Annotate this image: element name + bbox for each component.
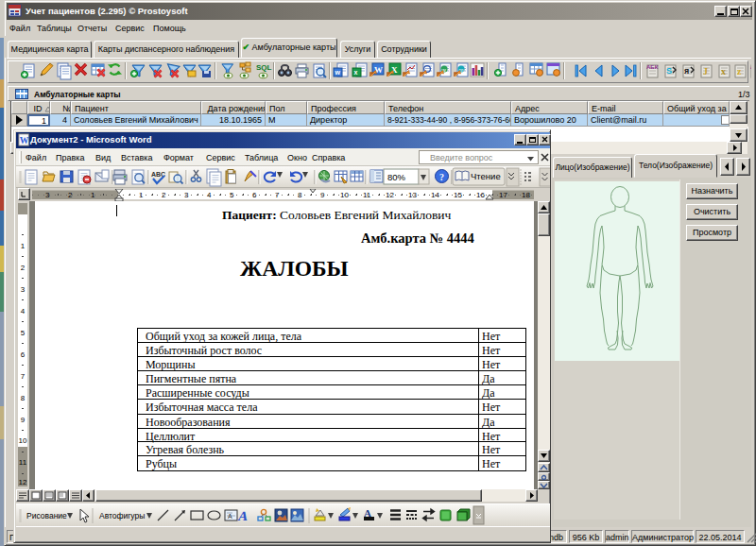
svg-text:J: J bbox=[703, 66, 708, 77]
svg-text:2: 2 bbox=[21, 264, 26, 272]
svg-text:Автофигуры: Автофигуры bbox=[99, 511, 145, 520]
svg-text:W: W bbox=[20, 135, 29, 145]
svg-text:Рисование: Рисование bbox=[26, 511, 67, 520]
svg-text:3: 3 bbox=[21, 285, 26, 294]
svg-text:12: 12 bbox=[19, 478, 27, 486]
svg-text:1: 1 bbox=[139, 191, 144, 199]
svg-text:6: 6 bbox=[252, 191, 257, 199]
svg-text:z: z bbox=[737, 66, 742, 77]
svg-text:80%: 80% bbox=[387, 172, 406, 182]
svg-text:A: A bbox=[237, 508, 250, 523]
svg-text:A: A bbox=[228, 513, 232, 520]
svg-text:5: 5 bbox=[21, 329, 26, 337]
svg-text:9: 9 bbox=[21, 416, 26, 424]
svg-text:2: 2 bbox=[162, 191, 166, 199]
svg-text:8: 8 bbox=[298, 191, 302, 199]
svg-text:SQL: SQL bbox=[256, 63, 272, 72]
svg-text:я: я bbox=[684, 66, 689, 76]
svg-text:АБ: АБ bbox=[750, 64, 751, 70]
svg-text:9: 9 bbox=[320, 191, 325, 199]
svg-text:1: 1 bbox=[21, 242, 26, 250]
svg-text:S: S bbox=[666, 66, 672, 76]
svg-text:3: 3 bbox=[184, 191, 189, 199]
svg-text:x: x bbox=[354, 69, 358, 76]
svg-text:4: 4 bbox=[207, 191, 212, 199]
svg-text:10: 10 bbox=[19, 436, 27, 445]
svg-text:8: 8 bbox=[21, 394, 26, 402]
svg-text:4: 4 bbox=[21, 307, 26, 316]
svg-text:7: 7 bbox=[275, 191, 280, 199]
svg-text:11: 11 bbox=[19, 458, 27, 467]
svg-text:w: w bbox=[335, 69, 341, 76]
svg-text:7: 7 bbox=[21, 372, 26, 381]
svg-text:Чтение: Чтение bbox=[471, 171, 501, 181]
svg-text:5: 5 bbox=[230, 191, 234, 199]
svg-text:6: 6 bbox=[21, 350, 26, 359]
svg-text:АБК: АБК bbox=[646, 64, 659, 70]
svg-text:?: ? bbox=[439, 172, 444, 182]
svg-text:x: x bbox=[721, 66, 726, 77]
